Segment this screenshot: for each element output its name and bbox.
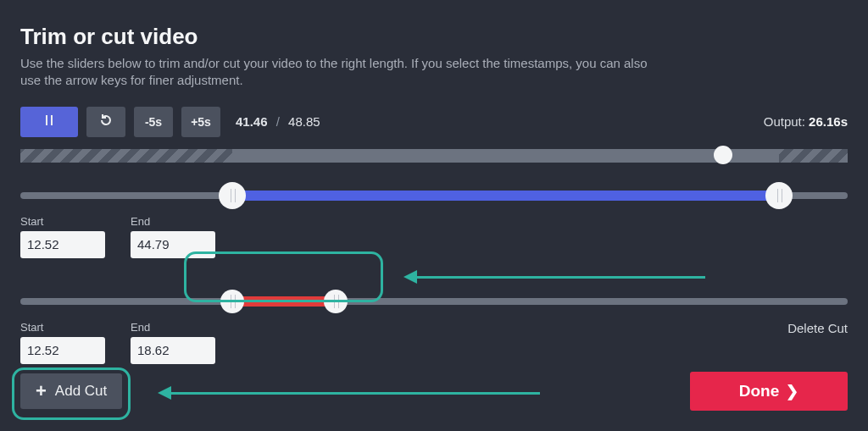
back-5s-button[interactable]: -5s: [134, 107, 173, 137]
trim-end-label: End: [131, 215, 215, 228]
cut-fill: [232, 296, 336, 307]
time-display: 41.46 / 48.85: [236, 114, 320, 129]
progress-right-trimmed: [779, 149, 848, 163]
pause-icon: [42, 113, 56, 130]
add-cut-label: Add Cut: [55, 383, 107, 400]
playhead[interactable]: [714, 146, 732, 164]
trim-end-input[interactable]: [131, 231, 215, 258]
time-separator: /: [276, 114, 280, 129]
current-time: 41.46: [236, 114, 268, 129]
output-label: Output:: [764, 114, 805, 129]
progress-active: [232, 149, 779, 163]
done-button[interactable]: Done ❯: [690, 372, 848, 411]
trim-values: Start End: [20, 215, 848, 258]
forward-5s-button[interactable]: +5s: [181, 107, 220, 137]
restart-button[interactable]: [86, 107, 125, 137]
trim-slider[interactable]: [20, 186, 848, 205]
cut-end-label: End: [131, 321, 215, 334]
restart-icon: [99, 113, 113, 130]
cut-track: [20, 298, 848, 305]
output-value: 26.16s: [809, 114, 848, 129]
pause-button[interactable]: [20, 107, 78, 137]
cut-start-handle[interactable]: [220, 290, 244, 313]
page-subtitle: Use the sliders below to trim and/or cut…: [20, 55, 665, 90]
trim-start-handle[interactable]: [219, 182, 246, 209]
chevron-right-icon: ❯: [786, 382, 798, 401]
trim-start-label: Start: [20, 215, 105, 228]
cut-values: Start End Delete Cut: [20, 321, 848, 364]
cut-end-input[interactable]: [131, 337, 215, 364]
cut-slider[interactable]: [20, 292, 848, 311]
cut-end-handle[interactable]: [324, 290, 348, 313]
page-title: Trim or cut video: [20, 24, 848, 50]
delete-cut-link[interactable]: Delete Cut: [787, 321, 848, 335]
cut-start-label: Start: [20, 321, 105, 334]
annotation-arrow-1: [417, 276, 705, 279]
output-length: Output: 26.16s: [764, 114, 848, 129]
transport-controls: -5s +5s 41.46 / 48.85 Output: 26.16s: [20, 107, 848, 137]
trim-fill: [232, 191, 779, 201]
progress-bar[interactable]: [20, 149, 848, 163]
done-label: Done: [739, 382, 780, 401]
annotation-arrowhead-1: [403, 270, 417, 284]
add-cut-button[interactable]: + Add Cut: [20, 373, 122, 409]
progress-left-trimmed: [20, 149, 232, 163]
cut-start-input[interactable]: [20, 337, 105, 364]
total-time: 48.85: [288, 114, 320, 129]
trim-start-input[interactable]: [20, 231, 105, 258]
trim-end-handle[interactable]: [765, 182, 793, 209]
